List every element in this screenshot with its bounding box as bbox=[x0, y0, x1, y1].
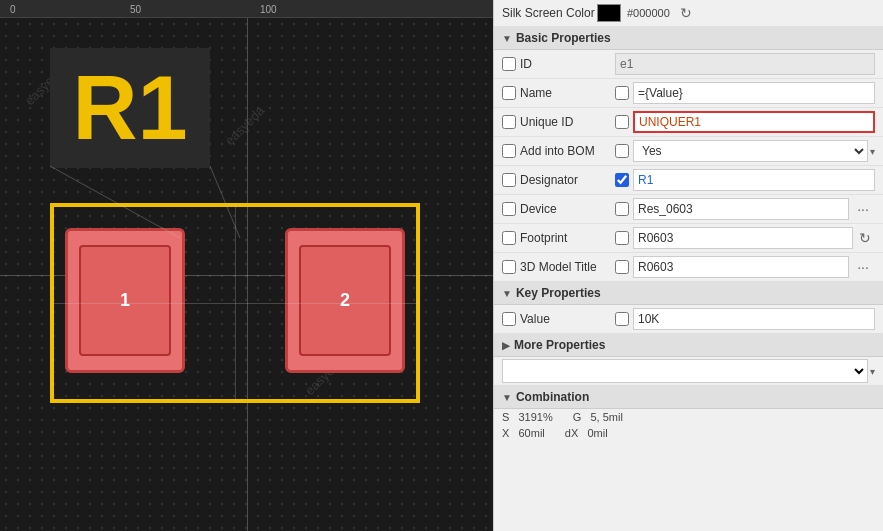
pad-left[interactable]: 1 bbox=[65, 228, 185, 373]
comp-crosshair-v bbox=[235, 203, 236, 403]
pad-left-label: 1 bbox=[120, 290, 130, 311]
properties-dropdown[interactable] bbox=[502, 359, 868, 383]
value-input[interactable] bbox=[633, 308, 875, 330]
designator-checkbox[interactable] bbox=[502, 173, 516, 187]
add-bom-value-checkbox[interactable] bbox=[615, 144, 629, 158]
r1-label-box: R1 bbox=[50, 48, 210, 168]
device-dots-button[interactable]: ··· bbox=[851, 199, 875, 219]
pad-left-inner: 1 bbox=[79, 245, 170, 356]
combination-dx-item: dX 0mil bbox=[565, 427, 608, 439]
watermark-2: easyeda bbox=[222, 103, 267, 148]
ruler-mark-100: 100 bbox=[260, 4, 277, 15]
basic-properties-arrow: ▼ bbox=[502, 33, 512, 44]
unique-id-checkbox[interactable] bbox=[502, 115, 516, 129]
footprint-input[interactable] bbox=[633, 227, 853, 249]
add-bom-chevron: ▾ bbox=[870, 146, 875, 157]
model-title-label: 3D Model Title bbox=[520, 260, 615, 274]
footprint-checkbox[interactable] bbox=[502, 231, 516, 245]
name-row[interactable]: Name bbox=[494, 79, 883, 108]
device-row[interactable]: Device ··· bbox=[494, 195, 883, 224]
pad-right-inner: 2 bbox=[299, 245, 390, 356]
designator-row[interactable]: Designator bbox=[494, 166, 883, 195]
unique-id-label: Unique ID bbox=[520, 115, 615, 129]
pad-right-label: 2 bbox=[340, 290, 350, 311]
value-label: Value bbox=[520, 312, 615, 326]
canvas-content[interactable]: easyeda easyeda easyeda easyeda R1 1 2 bbox=[0, 18, 493, 531]
id-label: ID bbox=[520, 57, 615, 71]
basic-properties-label: Basic Properties bbox=[516, 31, 611, 45]
add-bom-row[interactable]: Add into BOM Yes No ▾ bbox=[494, 137, 883, 166]
combination-x-row: X 60mil dX 0mil bbox=[494, 425, 883, 441]
combination-sg-row: S 3191% G 5, 5mil bbox=[494, 409, 883, 425]
key-properties-header[interactable]: ▼ Key Properties bbox=[494, 282, 883, 305]
model-title-row[interactable]: 3D Model Title ··· bbox=[494, 253, 883, 282]
name-label: Name bbox=[520, 86, 615, 100]
silk-screen-row[interactable]: Silk Screen Color #000000 ↻ bbox=[494, 0, 883, 27]
combination-arrow: ▼ bbox=[502, 392, 512, 403]
id-row[interactable]: ID bbox=[494, 50, 883, 79]
value-value-checkbox[interactable] bbox=[615, 312, 629, 326]
add-bom-select[interactable]: Yes No bbox=[633, 140, 868, 162]
add-bom-checkbox[interactable] bbox=[502, 144, 516, 158]
name-value-checkbox[interactable] bbox=[615, 86, 629, 100]
ruler-mark-0: 0 bbox=[10, 4, 16, 15]
dropdown-chevron: ▾ bbox=[870, 366, 875, 377]
combination-label: Combination bbox=[516, 390, 589, 404]
footprint-refresh-button[interactable]: ↻ bbox=[855, 228, 875, 248]
model-title-value-checkbox[interactable] bbox=[615, 260, 629, 274]
key-properties-arrow: ▼ bbox=[502, 288, 512, 299]
device-value-checkbox[interactable] bbox=[615, 202, 629, 216]
component-body[interactable]: 1 2 bbox=[50, 203, 420, 403]
add-bom-label: Add into BOM bbox=[520, 144, 615, 158]
value-row[interactable]: Value bbox=[494, 305, 883, 334]
unique-id-row[interactable]: Unique ID bbox=[494, 108, 883, 137]
model-title-dots-button[interactable]: ··· bbox=[851, 257, 875, 277]
pad-right[interactable]: 2 bbox=[285, 228, 405, 373]
value-checkbox[interactable] bbox=[502, 312, 516, 326]
device-input[interactable] bbox=[633, 198, 849, 220]
designator-value-checkbox[interactable] bbox=[615, 173, 629, 187]
r1-text: R1 bbox=[72, 63, 187, 153]
ruler-mark-50: 50 bbox=[130, 4, 141, 15]
canvas-area[interactable]: 0 50 100 easyeda easyeda easyeda easyeda… bbox=[0, 0, 493, 531]
device-label: Device bbox=[520, 202, 615, 216]
combination-header[interactable]: ▼ Combination bbox=[494, 386, 883, 409]
silk-color-refresh[interactable]: ↻ bbox=[676, 3, 696, 23]
basic-properties-header[interactable]: ▼ Basic Properties bbox=[494, 27, 883, 50]
properties-dropdown-row[interactable]: ▾ bbox=[494, 357, 883, 386]
key-properties-label: Key Properties bbox=[516, 286, 601, 300]
footprint-row[interactable]: Footprint ↻ bbox=[494, 224, 883, 253]
combination-s-item: S 3191% bbox=[502, 411, 553, 423]
device-checkbox[interactable] bbox=[502, 202, 516, 216]
unique-id-value-checkbox[interactable] bbox=[615, 115, 629, 129]
unique-id-input[interactable] bbox=[633, 111, 875, 133]
footprint-label: Footprint bbox=[520, 231, 615, 245]
more-properties-label: More Properties bbox=[514, 338, 605, 352]
combination-x-item: X 60mil bbox=[502, 427, 545, 439]
more-properties-header[interactable]: ▶ More Properties bbox=[494, 334, 883, 357]
name-checkbox[interactable] bbox=[502, 86, 516, 100]
more-properties-arrow: ▶ bbox=[502, 340, 510, 351]
model-title-input[interactable] bbox=[633, 256, 849, 278]
name-input[interactable] bbox=[633, 82, 875, 104]
footprint-value-checkbox[interactable] bbox=[615, 231, 629, 245]
ruler-top: 0 50 100 bbox=[0, 0, 493, 18]
silk-color-hex: #000000 bbox=[627, 7, 670, 19]
designator-input[interactable] bbox=[633, 169, 875, 191]
silk-screen-label: Silk Screen Color bbox=[502, 6, 597, 20]
combination-g-item: G 5, 5mil bbox=[573, 411, 623, 423]
id-checkbox[interactable] bbox=[502, 57, 516, 71]
designator-label: Designator bbox=[520, 173, 615, 187]
model-title-checkbox[interactable] bbox=[502, 260, 516, 274]
id-input[interactable] bbox=[615, 53, 875, 75]
right-panel[interactable]: Silk Screen Color #000000 ↻ ▼ Basic Prop… bbox=[493, 0, 883, 531]
silk-color-swatch[interactable] bbox=[597, 4, 621, 22]
